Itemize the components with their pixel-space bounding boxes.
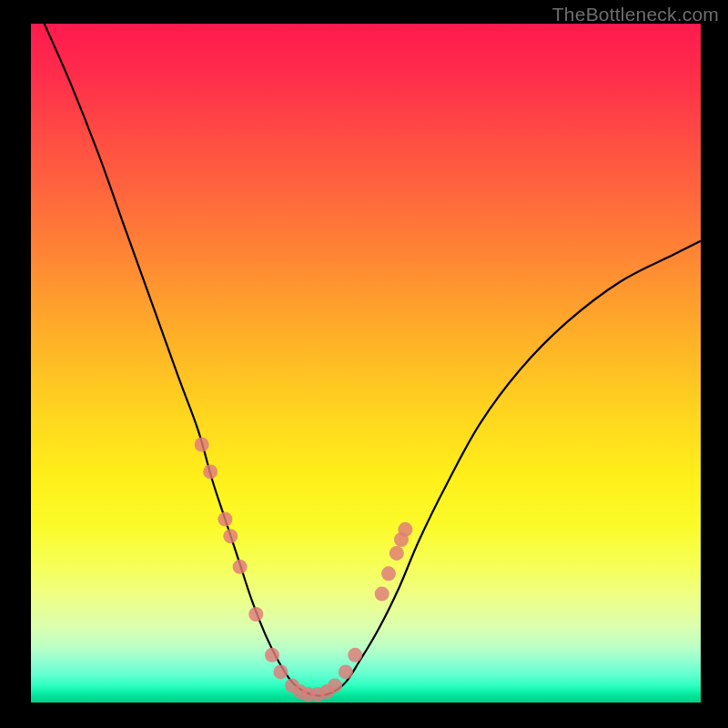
gradient-background xyxy=(31,24,701,703)
plot-area xyxy=(31,24,701,703)
watermark-text: TheBottleneck.com xyxy=(552,4,719,25)
chart-frame: TheBottleneck.com xyxy=(0,0,728,728)
